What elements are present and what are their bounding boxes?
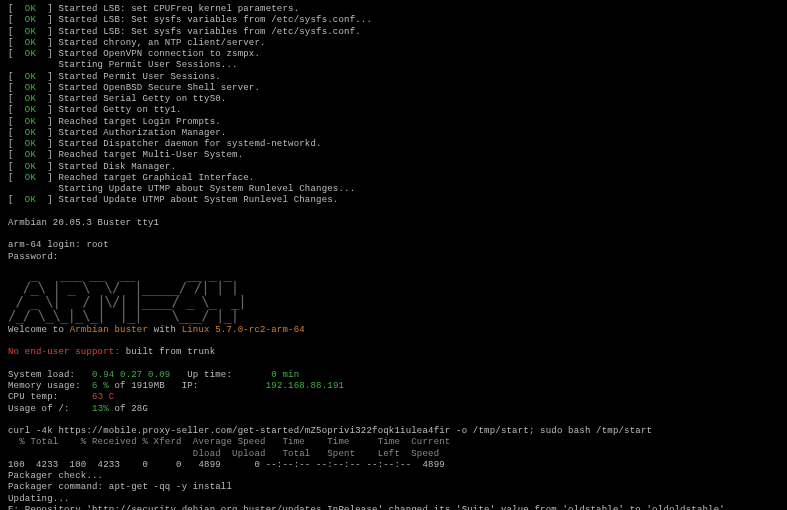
- boot-line: Starting Update UTMP about System Runlev…: [8, 184, 779, 195]
- script-line: Updating...: [8, 494, 779, 505]
- boot-line: [ OK ] Started Authorization Manager.: [8, 128, 779, 139]
- boot-line: [ OK ] Started Disk Manager.: [8, 162, 779, 173]
- ascii-logo: _ ___ __ __ __ _ _ /_\ | _ \ \/ |_____/ …: [8, 266, 779, 322]
- boot-line: [ OK ] Started LSB: Set sysfs variables …: [8, 27, 779, 38]
- stat-mem-ip: Memory usage: 6 % of 1919MB IP: 192.168.…: [8, 381, 779, 392]
- blank-line: [8, 336, 779, 347]
- password-prompt: Password:: [8, 252, 779, 263]
- curl-command: curl -4k https://mobile.proxy-seller.com…: [8, 426, 779, 437]
- boot-line: [ OK ] Started LSB: set CPUFreq kernel p…: [8, 4, 779, 15]
- stat-cpu: CPU temp: 63 C: [8, 392, 779, 403]
- welcome-line: Welcome to Armbian buster with Linux 5.7…: [8, 325, 779, 336]
- curl-progress-row: 100 4233 100 4233 0 0 4899 0 --:--:-- --…: [8, 460, 779, 471]
- login-user: root: [86, 240, 108, 250]
- boot-log: [ OK ] Started LSB: set CPUFreq kernel p…: [8, 4, 779, 207]
- login-line: arm-64 login: root: [8, 240, 779, 251]
- blank-line: [8, 359, 779, 370]
- boot-line: [ OK ] Started OpenBSD Secure Shell serv…: [8, 83, 779, 94]
- boot-line: [ OK ] Reached target Graphical Interfac…: [8, 173, 779, 184]
- boot-line: Starting Permit User Sessions...: [8, 60, 779, 71]
- distro-banner: Armbian 20.05.3 Buster tty1: [8, 218, 779, 229]
- support-line: No end-user support: built from trunk: [8, 347, 779, 358]
- curl-header-1: % Total % Received % Xferd Average Speed…: [8, 437, 779, 448]
- boot-line: [ OK ] Started Permit User Sessions.: [8, 72, 779, 83]
- script-output: Packager check...Packager command: apt-g…: [8, 471, 779, 510]
- script-line: E: Repository 'http://security.debian.or…: [8, 505, 779, 510]
- boot-line: [ OK ] Reached target Multi-User System.: [8, 150, 779, 161]
- boot-line: [ OK ] Started LSB: Set sysfs variables …: [8, 15, 779, 26]
- boot-line: [ OK ] Started chrony, an NTP client/ser…: [8, 38, 779, 49]
- blank-line: [8, 229, 779, 240]
- boot-line: [ OK ] Started OpenVPN connection to zsm…: [8, 49, 779, 60]
- boot-line: [ OK ] Started Serial Getty on ttyS0.: [8, 94, 779, 105]
- blank-line: [8, 207, 779, 218]
- blank-line: [8, 415, 779, 426]
- boot-line: [ OK ] Reached target Login Prompts.: [8, 117, 779, 128]
- script-line: Packager check...: [8, 471, 779, 482]
- script-line: Packager command: apt-get -qq -y install: [8, 482, 779, 493]
- curl-header-2: Dload Upload Total Spent Left Speed: [8, 449, 779, 460]
- stat-sysload: System load: 0.94 0.27 0.09 Up time: 0 m…: [8, 370, 779, 381]
- boot-line: [ OK ] Started Dispatcher daemon for sys…: [8, 139, 779, 150]
- boot-line: [ OK ] Started Getty on tty1.: [8, 105, 779, 116]
- stat-disk: Usage of /: 13% of 28G: [8, 404, 779, 415]
- boot-line: [ OK ] Started Update UTMP about System …: [8, 195, 779, 206]
